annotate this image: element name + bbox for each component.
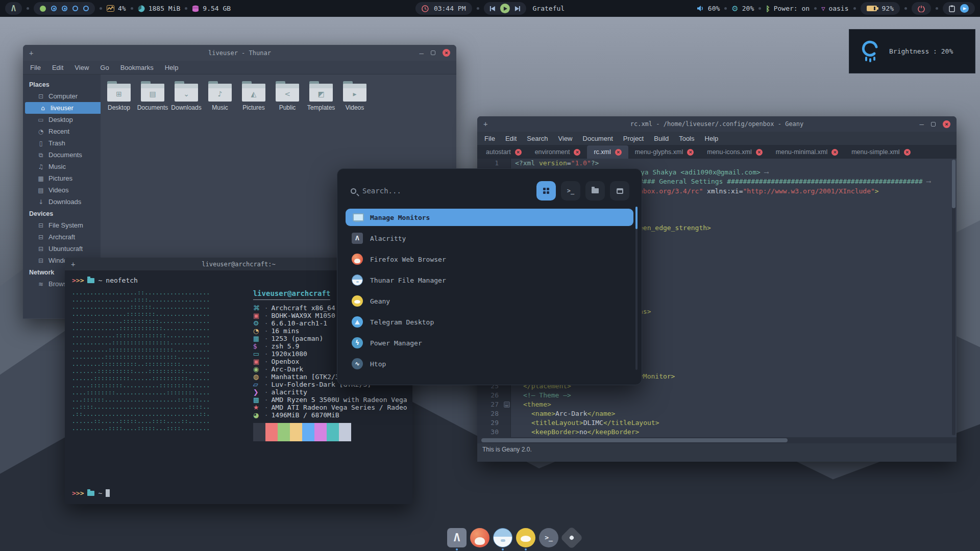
tab-close-button[interactable]: × xyxy=(615,149,622,156)
previous-track-button[interactable] xyxy=(490,6,495,11)
clock-pill[interactable]: 03:44 PM xyxy=(415,2,472,15)
tab-close-button[interactable]: × xyxy=(574,149,580,156)
sidebar-item-documents[interactable]: ⧉Documents xyxy=(23,149,101,161)
sidebar-item-downloads[interactable]: ↓Downloads xyxy=(23,196,101,208)
dock-item-launcher[interactable] xyxy=(562,528,581,547)
workspace-active-dot[interactable] xyxy=(40,6,46,12)
geany-menu-view[interactable]: View xyxy=(558,135,573,142)
workspace-empty-dot[interactable] xyxy=(83,6,89,11)
launcher-item-htop[interactable]: Htop xyxy=(346,355,633,372)
dock-item-firefox[interactable] xyxy=(470,528,489,547)
folder-desktop[interactable]: ⊞Desktop xyxy=(103,81,135,111)
dock-item-terminal[interactable] xyxy=(539,528,558,547)
telegram-tray-icon[interactable] xyxy=(960,4,969,13)
mode-files-button[interactable] xyxy=(585,181,605,201)
geany-menu-tools[interactable]: Tools xyxy=(679,135,694,142)
archcraft-logo-button[interactable]: Λ xyxy=(5,2,22,15)
minimize-button[interactable]: – xyxy=(920,120,924,128)
clipboard-icon[interactable] xyxy=(949,5,955,12)
close-button[interactable]: × xyxy=(443,49,450,57)
workspace-occupied-dot[interactable] xyxy=(51,6,57,11)
tab-menu-simple-xml[interactable]: menu-simple.xml× xyxy=(845,145,917,159)
tab-rc-xml[interactable]: rc.xml× xyxy=(587,145,628,159)
sidebar-item-music[interactable]: ♫Music xyxy=(23,161,101,172)
thunar-titlebar[interactable]: + liveuser - Thunar – × xyxy=(23,45,456,61)
folder-public[interactable]: <Public xyxy=(271,81,304,111)
tab-menu-glyphs-xml[interactable]: menu-glyphs.xml× xyxy=(628,145,700,159)
folder-videos[interactable]: ▸Videos xyxy=(338,81,371,111)
launcher-item-thunar-file-manager[interactable]: Thunar File Manager xyxy=(346,271,633,289)
geany-menu-project[interactable]: Project xyxy=(623,135,644,142)
mode-run-button[interactable]: >_ xyxy=(561,181,580,201)
geany-menu-help[interactable]: Help xyxy=(705,135,719,142)
horizontal-scrollbar[interactable] xyxy=(477,437,957,443)
usage-stat[interactable]: ⚙ 20% xyxy=(731,4,754,13)
sidebar-item-trash[interactable]: ▯Trash xyxy=(23,137,101,149)
dock-item-thunar[interactable] xyxy=(493,528,512,547)
sidebar-item-liveuser[interactable]: ⌂liveuser xyxy=(25,102,101,114)
thunar-menu-help[interactable]: Help xyxy=(165,64,179,71)
network-stat[interactable]: ▽ oasis xyxy=(821,5,848,12)
dock-item-geany[interactable] xyxy=(516,528,535,547)
thunar-menu-file[interactable]: File xyxy=(30,64,41,71)
launcher-item-geany[interactable]: Geany xyxy=(346,292,633,310)
next-track-button[interactable] xyxy=(515,6,520,11)
geany-menu-edit[interactable]: Edit xyxy=(505,135,517,142)
tab-menu-minimal-xml[interactable]: menu-minimal.xml× xyxy=(769,145,845,159)
folder-templates[interactable]: ◩Templates xyxy=(305,81,337,111)
launcher-scrollbar[interactable] xyxy=(635,207,638,370)
sidebar-item-computer[interactable]: ⊡Computer xyxy=(23,90,101,102)
search-input[interactable]: Search... xyxy=(362,187,401,195)
geany-menu-file[interactable]: File xyxy=(484,135,495,142)
sidebar-item-archcraft[interactable]: ⊟Archcraft xyxy=(23,231,101,243)
sidebar-item-pictures[interactable]: ▦Pictures xyxy=(23,172,101,184)
geany-titlebar[interactable]: + rc.xml - /home/liveuser/.config/openbo… xyxy=(477,116,957,132)
tab-environment[interactable]: environment× xyxy=(528,145,587,159)
folder-music[interactable]: ♪Music xyxy=(204,81,236,111)
launcher-item-power-manager[interactable]: Power Manager xyxy=(346,334,633,352)
close-button[interactable]: × xyxy=(943,120,950,128)
thunar-menu-edit[interactable]: Edit xyxy=(52,64,63,71)
bluetooth-stat[interactable]: ᛒ Power: on xyxy=(766,5,810,13)
geany-menu-search[interactable]: Search xyxy=(527,135,548,142)
thunar-menu-go[interactable]: Go xyxy=(100,64,109,71)
geany-menu-build[interactable]: Build xyxy=(654,135,669,142)
folder-documents[interactable]: ▤Documents xyxy=(136,81,169,111)
dock-item-alacritty[interactable] xyxy=(447,528,467,547)
sidebar-item-videos[interactable]: ▤Videos xyxy=(23,184,101,196)
new-tab-button[interactable]: + xyxy=(483,120,487,128)
sidebar-item-recent[interactable]: ◔Recent xyxy=(23,126,101,137)
thunar-menu-view[interactable]: View xyxy=(75,64,89,71)
sidebar-item-ubuntucraft[interactable]: ⊟Ubuntucraft xyxy=(23,243,101,255)
tab-close-button[interactable]: × xyxy=(904,149,911,156)
launcher-item-firefox-web-browser[interactable]: Firefox Web Browser xyxy=(346,251,633,268)
minimize-button[interactable]: – xyxy=(420,49,424,57)
folder-downloads[interactable]: ⌄Downloads xyxy=(170,81,203,111)
mode-windows-button[interactable] xyxy=(610,181,629,201)
battery-pill[interactable]: 92% xyxy=(861,2,900,15)
new-tab-button[interactable]: + xyxy=(71,260,75,268)
folder-pictures[interactable]: ◭Pictures xyxy=(237,81,270,111)
workspace-empty-dot[interactable] xyxy=(72,6,78,11)
vertical-scrollbar[interactable] xyxy=(952,160,955,435)
maximize-button[interactable] xyxy=(431,51,435,55)
tab-close-button[interactable]: × xyxy=(687,149,694,156)
launcher-item-telegram-desktop[interactable]: Telegram Desktop xyxy=(346,313,633,331)
sidebar-item-desktop[interactable]: ▭Desktop xyxy=(23,114,101,126)
sidebar-item-file-system[interactable]: ⊟File System xyxy=(23,219,101,231)
launcher-item-alacritty[interactable]: Alacritty xyxy=(346,230,633,247)
tab-autostart[interactable]: autostart× xyxy=(479,145,528,159)
geany-menu-document[interactable]: Document xyxy=(583,135,613,142)
tab-close-button[interactable]: × xyxy=(831,149,838,156)
volume-stat[interactable]: 60% xyxy=(697,5,720,12)
power-button[interactable] xyxy=(912,2,931,15)
workspace-occupied-dot[interactable] xyxy=(62,6,67,11)
thunar-menu-bookmarks[interactable]: Bookmarks xyxy=(120,64,154,71)
play-button[interactable] xyxy=(500,4,510,13)
launcher-item-manage-monitors[interactable]: Manage Monitors xyxy=(346,209,633,226)
new-tab-button[interactable]: + xyxy=(29,49,33,57)
maximize-button[interactable] xyxy=(931,122,936,127)
tab-menu-icons-xml[interactable]: menu-icons.xml× xyxy=(700,145,769,159)
tab-close-button[interactable]: × xyxy=(756,149,763,156)
brightness-notification[interactable]: Brightness : 20% xyxy=(849,29,975,73)
